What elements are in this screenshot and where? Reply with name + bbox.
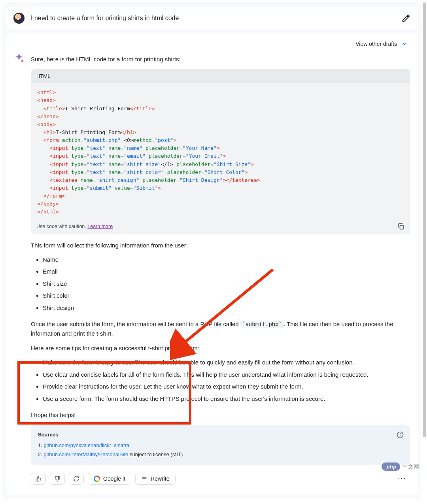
code-body[interactable]: <html> <head> <title>T-Shirt Printing Fo…: [31, 83, 410, 218]
php-badge: php: [382, 462, 400, 471]
refresh-button[interactable]: [69, 473, 84, 485]
drafts-row[interactable]: View other drafts: [13, 40, 410, 51]
related-card: Search related topics HTML form for prin…: [6, 498, 418, 502]
thumbs-down-button[interactable]: [50, 473, 65, 485]
list-item: Use a secure form. The form should use t…: [43, 395, 410, 404]
list-item: Shirt color: [43, 291, 410, 300]
copy-icon[interactable]: [397, 223, 405, 230]
code-caution: Use code with caution.: [36, 224, 86, 229]
svg-point-0: [21, 60, 23, 62]
drafts-label: View other drafts: [355, 41, 397, 47]
response-card: View other drafts Sure, here is the HTML…: [6, 34, 418, 494]
source-item: 1. github.com/pynkvalerian/flickr_sinatr…: [38, 441, 403, 450]
list-item: Email: [43, 267, 410, 276]
collect-text: This form will collect the following inf…: [31, 241, 410, 250]
svg-point-4: [400, 433, 401, 434]
bard-spark-icon: [13, 52, 25, 63]
list-item: Make sure the form is easy to use. The u…: [43, 358, 410, 367]
sources-box: Sources 1. github.com/pynkvalerian/flick…: [31, 425, 410, 466]
source-item: 2. github.com/PeterMaltby/PersonalSite s…: [38, 450, 403, 459]
sources-title: Sources: [38, 432, 403, 438]
actions-row: Google it Rewrite ⋮: [31, 472, 410, 486]
list-item: Name: [43, 255, 410, 264]
watermark-text: 中文网: [402, 463, 419, 470]
google-icon: [94, 476, 100, 482]
intro-text: Sure, here is the HTML code for a form f…: [31, 55, 410, 64]
scrollbar[interactable]: [423, 2, 426, 493]
chevron-down-icon: [401, 40, 408, 47]
watermark: php 中文网: [382, 462, 419, 471]
thumbs-up-button[interactable]: [31, 473, 46, 485]
submit-text: Once the user submits the form, the info…: [31, 319, 410, 338]
google-it-button[interactable]: Google it: [88, 473, 131, 485]
avatar: [13, 13, 25, 24]
hope-text: I hope this helps!: [31, 410, 410, 419]
list-item: Shirt design: [43, 304, 410, 313]
list-item: Use clear and concise labels for all of …: [43, 370, 410, 379]
rewrite-button[interactable]: Rewrite: [135, 473, 175, 485]
fields-list: Name Email Shirt size Shirt color Shirt …: [43, 255, 410, 313]
svg-rect-1: [400, 225, 404, 229]
tips-intro: Here are some tips for creating a succes…: [31, 344, 410, 353]
source-link[interactable]: github.com/PeterMaltby/PersonalSite: [43, 451, 128, 457]
code-block: HTML <html> <head> <title>T-Shirt Printi…: [31, 69, 410, 234]
query-text: I need to create a form for printing shi…: [31, 15, 395, 22]
query-card: I need to create a form for printing shi…: [6, 7, 418, 29]
source-link[interactable]: github.com/pynkvalerian/flickr_sinatra: [43, 442, 129, 448]
code-lang-label: HTML: [31, 69, 410, 83]
learn-more-link[interactable]: Learn more: [87, 224, 113, 229]
tips-list: Make sure the form is easy to use. The u…: [43, 358, 410, 403]
list-item: Provide clear instructions for the user.…: [43, 382, 410, 391]
list-item: Shirt size: [43, 279, 410, 289]
info-icon[interactable]: [396, 431, 404, 439]
edit-icon[interactable]: [402, 14, 410, 23]
overflow-menu-button[interactable]: ⋮: [395, 470, 409, 487]
